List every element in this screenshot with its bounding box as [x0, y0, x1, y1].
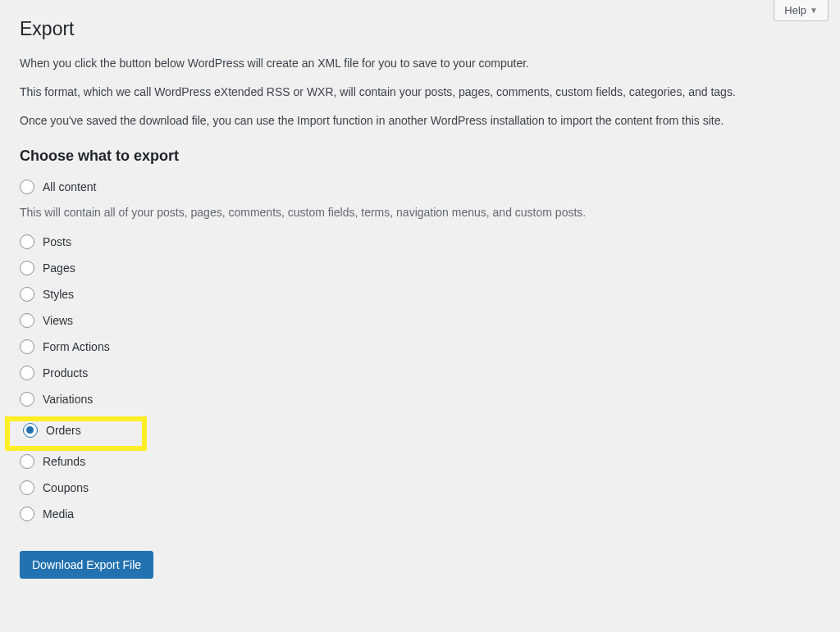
radio-styles[interactable]	[20, 287, 34, 302]
radio-row-all[interactable]: All content	[20, 180, 820, 194]
radio-row-refunds[interactable]: Refunds	[20, 454, 820, 469]
radio-label-posts[interactable]: Posts	[43, 235, 71, 248]
radio-row-views[interactable]: Views	[20, 313, 820, 328]
radio-label-all[interactable]: All content	[43, 180, 96, 193]
all-content-hint: This will contain all of your posts, pag…	[20, 204, 820, 221]
page-title: Export	[20, 0, 820, 40]
radio-form-actions[interactable]	[20, 339, 34, 354]
radio-label-coupons[interactable]: Coupons	[43, 481, 89, 494]
radio-label-pages[interactable]: Pages	[43, 261, 75, 275]
download-export-button[interactable]: Download Export File	[20, 551, 153, 579]
radio-posts[interactable]	[20, 234, 34, 249]
radio-views[interactable]	[20, 313, 34, 328]
radio-refunds[interactable]	[20, 454, 34, 469]
radio-variations[interactable]	[20, 392, 34, 407]
radio-media[interactable]	[20, 507, 34, 521]
help-button[interactable]: Help ▼	[774, 0, 829, 21]
radio-row-styles[interactable]: Styles	[20, 287, 820, 302]
radio-row-coupons[interactable]: Coupons	[20, 480, 820, 495]
main-content: Export When you click the button below W…	[0, 0, 840, 579]
radio-coupons[interactable]	[20, 480, 34, 495]
radio-row-media[interactable]: Media	[20, 507, 820, 521]
radio-row-orders[interactable]: Orders	[20, 418, 820, 443]
radio-pages[interactable]	[20, 261, 34, 275]
radio-label-orders[interactable]: Orders	[46, 424, 81, 437]
radio-row-products[interactable]: Products	[20, 366, 820, 380]
radio-products[interactable]	[20, 366, 34, 380]
radio-orders[interactable]	[23, 423, 38, 438]
radio-label-refunds[interactable]: Refunds	[43, 455, 85, 468]
radio-row-pages[interactable]: Pages	[20, 261, 820, 275]
help-label: Help	[784, 4, 806, 16]
radio-label-views[interactable]: Views	[43, 314, 73, 327]
radio-row-variations[interactable]: Variations	[20, 392, 820, 407]
radio-row-form-actions[interactable]: Form Actions	[20, 339, 820, 354]
description-line-1: When you click the button below WordPres…	[20, 55, 820, 72]
radio-label-form-actions[interactable]: Form Actions	[43, 340, 110, 353]
radio-all-content[interactable]	[20, 180, 34, 194]
description-line-2: This format, which we call WordPress eXt…	[20, 84, 820, 101]
radio-label-products[interactable]: Products	[43, 366, 88, 380]
caret-down-icon: ▼	[810, 6, 818, 15]
radio-label-variations[interactable]: Variations	[43, 393, 93, 406]
choose-heading: Choose what to export	[20, 148, 820, 165]
radio-label-media[interactable]: Media	[43, 507, 74, 521]
radio-row-posts[interactable]: Posts	[20, 234, 820, 249]
radio-label-styles[interactable]: Styles	[43, 288, 74, 301]
description-line-3: Once you've saved the download file, you…	[20, 112, 820, 130]
